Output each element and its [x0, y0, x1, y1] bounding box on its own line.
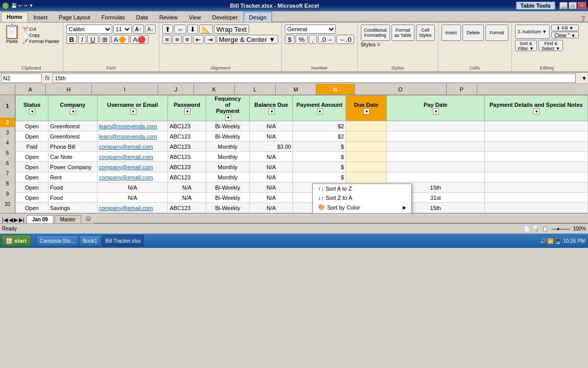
align-bottom-button[interactable]: ⬇: [187, 25, 198, 34]
help-icon[interactable]: ❓: [578, 16, 588, 22]
cell-9-balance[interactable]: N/A: [250, 193, 293, 203]
col-header-N[interactable]: N: [316, 84, 355, 95]
cell-5-password[interactable]: ABC123: [168, 152, 206, 162]
col-header-J[interactable]: J: [158, 84, 194, 95]
orientation-button[interactable]: 📐: [199, 25, 213, 34]
cell-6-paydate[interactable]: [386, 162, 484, 172]
font-color-button[interactable]: A🔴: [130, 35, 149, 44]
conditional-formatting-button[interactable]: ConditionalFormatting: [361, 25, 390, 41]
cell-2-payment[interactable]: $2: [293, 121, 346, 131]
align-right-button[interactable]: ≡: [183, 35, 192, 44]
col-header-K[interactable]: K: [194, 84, 235, 95]
cell-2-company[interactable]: Greenforest: [48, 121, 97, 131]
tab-home[interactable]: Home: [1, 12, 28, 22]
cell-7-status[interactable]: Open: [16, 172, 48, 182]
format-cells-button[interactable]: Format: [485, 25, 508, 41]
cell-7-balance[interactable]: N/A: [250, 172, 293, 182]
align-top-button[interactable]: ⬆: [162, 25, 173, 34]
cell-6-payment[interactable]: $: [293, 162, 346, 172]
maximize-button[interactable]: □: [569, 2, 577, 9]
cell-6-notes[interactable]: [484, 162, 587, 172]
insert-cells-button[interactable]: Insert: [442, 25, 461, 41]
border-button[interactable]: ⊞: [100, 35, 110, 44]
fill-button[interactable]: ⬇ Fill ▼: [551, 25, 579, 31]
filter-notes-button[interactable]: ▼: [533, 108, 540, 114]
comma-button[interactable]: ,: [309, 35, 317, 44]
filter-email-button[interactable]: ▼: [130, 108, 136, 114]
cell-2-balance[interactable]: N/A: [250, 121, 293, 131]
currency-button[interactable]: $: [285, 35, 295, 44]
cell-10-company[interactable]: Savings: [48, 203, 97, 213]
cell-9-company[interactable]: Food: [48, 193, 97, 203]
cell-3-notes[interactable]: [484, 131, 587, 142]
delete-cells-button[interactable]: Delete: [462, 25, 484, 41]
sort-az-item[interactable]: ↑↓ Sort A to Z: [313, 184, 411, 193]
underline-button[interactable]: U: [87, 35, 99, 44]
taskbar-item-book1[interactable]: Book1: [79, 235, 101, 246]
indent-increase-button[interactable]: ⇥: [205, 35, 215, 44]
start-button[interactable]: 🪟 start: [1, 235, 31, 247]
col-header-P[interactable]: P: [447, 84, 477, 95]
autosum-button[interactable]: Σ AutoSum ▼: [515, 25, 550, 39]
cell-6-duedate[interactable]: [346, 162, 386, 172]
cell-7-email[interactable]: company@email.com: [97, 172, 168, 182]
cell-5-notes[interactable]: [484, 152, 587, 162]
col-header-M[interactable]: M: [276, 84, 316, 95]
format-painter-button[interactable]: 🖌️ Format Painter: [22, 39, 60, 44]
taskbar-item-camtasia[interactable]: Camtasia Stu...: [36, 235, 78, 246]
cut-button[interactable]: ✂️ Cut: [22, 27, 60, 32]
cell-10-balance[interactable]: N/A: [250, 203, 293, 213]
sort-by-color-item[interactable]: 🎨 Sort by Color ▶: [313, 202, 411, 212]
tab-view[interactable]: View: [183, 12, 207, 22]
indent-decrease-button[interactable]: ⇤: [193, 35, 204, 44]
cell-9-notes[interactable]: [484, 193, 587, 203]
filter-payment-button[interactable]: ▼: [317, 108, 323, 114]
formula-input[interactable]: [53, 74, 576, 83]
clear-button[interactable]: Clear " ▼: [551, 32, 579, 38]
sheet-nav-first[interactable]: |◀: [2, 217, 8, 223]
col-header-A[interactable]: A: [15, 84, 46, 95]
cell-2-status[interactable]: Open: [16, 121, 48, 131]
cell-2-freq[interactable]: Bi-Weekly: [206, 121, 249, 131]
cell-5-status[interactable]: Open: [16, 152, 48, 162]
cell-4-freq[interactable]: Monthly: [206, 142, 249, 152]
cell-4-payment[interactable]: $: [293, 142, 346, 152]
cell-6-company[interactable]: Power Company: [48, 162, 97, 172]
cell-5-company[interactable]: Car Note: [48, 152, 97, 162]
cell-3-balance[interactable]: N/A: [250, 131, 293, 142]
increase-decimal-button[interactable]: .0→: [318, 35, 335, 44]
title-bar-controls[interactable]: _ □ ×: [559, 2, 586, 9]
cell-7-duedate[interactable]: [346, 172, 386, 182]
cell-7-password[interactable]: ABC123: [168, 172, 206, 182]
cell-6-balance[interactable]: N/A: [250, 162, 293, 172]
filter-company-button[interactable]: ▼: [70, 108, 76, 114]
cell-4-notes[interactable]: [484, 142, 587, 152]
cell-4-status[interactable]: Paid: [16, 142, 48, 152]
col-header-H[interactable]: H: [46, 84, 92, 95]
cell-4-paydate[interactable]: [386, 142, 484, 152]
name-box[interactable]: [1, 74, 42, 83]
cell-8-company[interactable]: Food: [48, 182, 97, 193]
decrease-font-button[interactable]: A↓: [145, 25, 156, 34]
cell-7-freq[interactable]: Monthly: [206, 172, 249, 182]
close-button[interactable]: ×: [578, 2, 586, 9]
cell-3-duedate[interactable]: [346, 131, 386, 142]
cell-4-password[interactable]: ABC123: [168, 142, 206, 152]
filter-duedate-button[interactable]: ▼: [363, 108, 370, 114]
cell-5-duedate[interactable]: [346, 152, 386, 162]
bold-button[interactable]: B: [66, 35, 78, 44]
cell-7-paydate[interactable]: [386, 172, 484, 182]
cell-9-email[interactable]: N/A: [97, 193, 168, 203]
cell-10-status[interactable]: Open: [16, 203, 48, 213]
tab-page-layout[interactable]: Page Layout: [53, 12, 96, 22]
sort-za-item[interactable]: ↓↑ Sort Z to A: [313, 193, 411, 202]
italic-button[interactable]: I: [78, 35, 86, 44]
align-middle-button[interactable]: ↔: [174, 25, 186, 34]
cell-9-freq[interactable]: Bi-Weekly: [206, 193, 249, 203]
sheet-tab-jan09[interactable]: Jan 09: [27, 215, 54, 223]
col-header-L[interactable]: L: [235, 84, 276, 95]
cell-8-notes[interactable]: [484, 182, 587, 193]
find-select-button[interactable]: Find &Select ▼: [538, 40, 563, 51]
align-center-button[interactable]: ≡: [173, 35, 182, 44]
cell-styles-button[interactable]: CellStyles: [416, 25, 435, 41]
